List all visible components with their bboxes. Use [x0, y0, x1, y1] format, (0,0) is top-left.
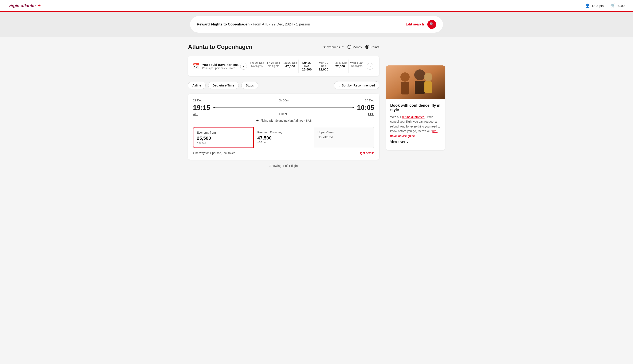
points-label: Points: [370, 45, 379, 49]
flight-stops: Direct: [198, 112, 368, 116]
filter-buttons: Airline Departure Time Stops: [188, 82, 258, 89]
date-item-mon30[interactable]: Mon 30 Dec 22,000: [315, 60, 332, 73]
search-icon: 🔍: [430, 22, 434, 27]
view-more-label: View more: [390, 140, 405, 143]
date-label-tue31: Tue 31 Dec: [333, 61, 347, 64]
date-item-thu26[interactable]: Thu 26 Dec No flights: [249, 60, 265, 73]
depart-time: 19:15: [193, 104, 210, 112]
header-right: 👤 1,100pts 🛒 £0.00: [585, 3, 624, 8]
refund-guarantee-link[interactable]: refund guarantee: [402, 115, 425, 119]
premium-arrow: ⌄: [309, 140, 311, 144]
flight-line-wrap: [210, 108, 357, 108]
sort-button[interactable]: ↕ Sort by: Recommended: [334, 81, 379, 90]
logo-atlantic-text: atlantic: [20, 3, 36, 8]
person-icon: 👤: [585, 3, 590, 8]
points-radio-option[interactable]: Points: [365, 45, 379, 49]
flights-column: Atlanta to Copenhagen Show prices in: Mo…: [188, 44, 379, 168]
search-bar-right: Edit search 🔍: [406, 20, 436, 29]
economy-price: 25,500: [197, 136, 250, 141]
date-label-sat28: Sat 28 Dec: [283, 61, 298, 64]
logo: virgin atlantic ✦: [9, 3, 41, 8]
header-cart[interactable]: 🛒 £0.00: [610, 3, 624, 8]
cart-icon: 🛒: [610, 3, 615, 8]
search-from: • From ATL: [251, 22, 268, 26]
view-more-button[interactable]: View more ⌄: [390, 140, 441, 146]
svg-point-1: [400, 72, 410, 82]
money-label: Money: [352, 45, 362, 49]
svg-rect-2: [401, 82, 409, 94]
flight-card: 29 Dec 8h 50m 30 Dec 19:15 10:05 ATL Dir…: [188, 94, 379, 160]
date-value-mon30: 22,000: [316, 68, 331, 71]
premium-economy-fare[interactable]: Premium Economy 47,500 +$5 tax ⌄: [254, 127, 314, 148]
economy-fare[interactable]: Economy from 25,500 +$5 tax ⌄: [193, 127, 254, 148]
flight-details-link[interactable]: Flight details: [358, 151, 374, 155]
date-value-thu26: No flights: [250, 64, 264, 68]
arrive-airport[interactable]: CPH: [368, 112, 374, 116]
depart-airport[interactable]: ATL: [193, 112, 198, 116]
search-bar: Reward Flights to Copenhagen • From ATL …: [190, 16, 443, 32]
date-item-tue31[interactable]: Tue 31 Dec 22,000: [332, 60, 348, 73]
date-value-sun29: 25,500: [299, 68, 314, 71]
sidebar-title: Book with confidence, fly in style: [390, 103, 441, 112]
stops-filter-button[interactable]: Stops: [241, 82, 258, 89]
carousel-prev-button[interactable]: ‹: [240, 63, 247, 70]
filters-row: Airline Departure Time Stops ↕ Sort by: …: [188, 81, 379, 90]
price-toggle-label: Show prices in:: [323, 45, 344, 49]
date-value-fri27: No flights: [266, 64, 281, 68]
date-item-sat28[interactable]: Sat 28 Dec 47,500: [282, 60, 299, 73]
departure-filter-button[interactable]: Departure Time: [208, 82, 239, 89]
edit-search-button[interactable]: Edit search: [406, 22, 424, 26]
travel-hint-subtitle: Points per person ex. taxes: [202, 66, 239, 70]
money-radio-circle: [347, 45, 351, 49]
date-item-wed1[interactable]: Wed 1 Jan No flights: [348, 60, 365, 73]
search-passengers: • 1 person: [294, 22, 310, 26]
logo-virgin-text: virgin: [9, 3, 19, 8]
premium-tax: +$5 tax: [257, 141, 310, 144]
search-destination: Reward Flights to Copenhagen: [197, 22, 250, 26]
arrive-time: 10:05: [357, 104, 374, 112]
header-points[interactable]: 👤 1,100pts: [585, 3, 604, 8]
economy-tax: +$5 tax: [197, 141, 250, 144]
date-label-sun29: Sun 29 Dec: [299, 61, 314, 68]
sidebar-card: Book with confidence, fly in style With …: [386, 66, 445, 150]
airline-icon: ✈: [256, 118, 259, 123]
arrive-date: 30 Dec: [365, 99, 374, 102]
sidebar-image: [386, 66, 445, 99]
showing-flights: Showing 1 of 1 flight: [188, 164, 379, 168]
one-way-text: One way for 1 person, inc. taxes: [193, 151, 235, 155]
calendar-icon: 📅: [192, 63, 199, 70]
sidebar-content: Book with confidence, fly in style With …: [386, 99, 445, 150]
date-items: Thu 26 Dec No flights Fri 27 Dec No flig…: [249, 60, 365, 73]
date-item-sun29[interactable]: Sun 29 Dec 25,500: [299, 60, 315, 73]
svg-point-3: [414, 70, 425, 80]
date-label-mon30: Mon 30 Dec: [316, 61, 331, 68]
economy-label: Economy from: [197, 131, 250, 134]
flight-line: [215, 108, 353, 108]
fare-options: Economy from 25,500 +$5 tax ⌄ Premium Ec…: [193, 127, 374, 148]
points-radio-circle: [365, 45, 369, 49]
main-content: Atlanta to Copenhagen Show prices in: Mo…: [179, 37, 454, 174]
money-radio-option[interactable]: Money: [347, 45, 362, 49]
economy-arrow: ⌄: [248, 140, 251, 144]
search-bar-wrap: Reward Flights to Copenhagen • From ATL …: [0, 12, 633, 37]
search-submit-button[interactable]: 🔍: [427, 20, 436, 29]
points-value: 1,100pts: [591, 4, 604, 8]
date-item-fri27[interactable]: Fri 27 Dec No flights: [265, 60, 282, 73]
sidebar-body-text: With our refund guarantee , if we cancel…: [390, 115, 441, 138]
sort-icon: ↕: [338, 84, 340, 87]
chevron-down-icon: ⌄: [406, 140, 409, 143]
upper-class-label: Upper Class: [318, 131, 371, 134]
airline-text: Flying with Scandinavian Airlines - SAS: [261, 119, 312, 122]
flight-duration: 8h 50m: [202, 99, 365, 102]
depart-date: 29 Dec: [193, 99, 202, 102]
title-row: Atlanta to Copenhagen Show prices in: Mo…: [188, 44, 379, 50]
logo-bird-icon: ✦: [37, 3, 41, 8]
date-label-wed1: Wed 1 Jan: [349, 61, 364, 64]
svg-rect-6: [425, 82, 432, 93]
airline-filter-button[interactable]: Airline: [188, 82, 206, 89]
travel-hint: 📅 You could travel for less Points per p…: [192, 63, 239, 70]
carousel-next-button[interactable]: ›: [367, 63, 373, 70]
sidebar-image-placeholder: [386, 66, 445, 99]
search-summary: Reward Flights to Copenhagen • From ATL …: [197, 22, 310, 26]
upper-class-na: Not offered: [318, 135, 371, 139]
